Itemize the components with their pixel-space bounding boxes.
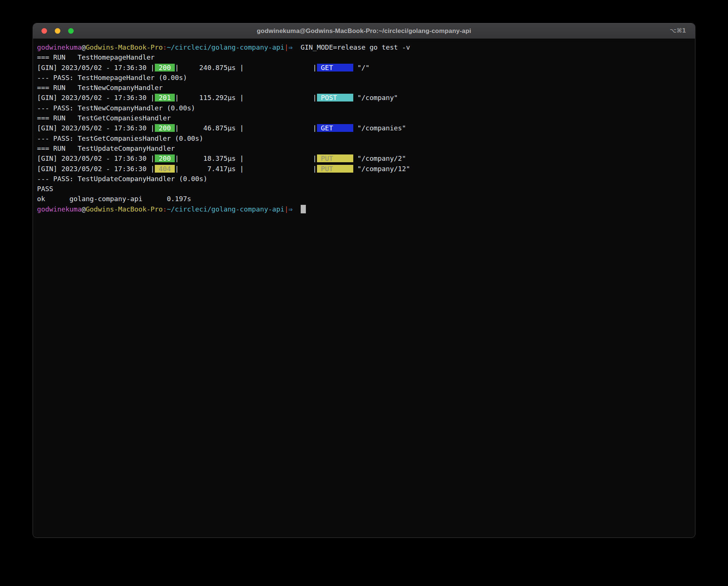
terminal-line: --- PASS: TestHomepageHandler (0.00s) <box>37 73 695 83</box>
terminal-line: [GIN] 2023/05/02 - 17:36:30 | 200 | 240.… <box>37 63 695 73</box>
request-path: "/companies" <box>353 124 406 132</box>
terminal-line: --- PASS: TestNewCompanyHandler (0.00s) <box>37 103 695 113</box>
terminal-line: godwinekuma@Godwins-MacBook-Pro:~/circle… <box>37 42 695 52</box>
request-path: "/" <box>353 64 370 71</box>
test-run: === RUN TestNewCompanyHandler <box>37 84 163 91</box>
prompt-spacer <box>293 205 301 213</box>
http-method-badge: GET <box>317 124 354 132</box>
gin-log-prefix: [GIN] 2023/05/02 - 17:36:30 | <box>37 94 155 101</box>
prompt-pipe: | <box>284 205 288 213</box>
cursor <box>301 205 306 213</box>
test-summary: PASS <box>37 185 53 193</box>
prompt-pipe: | <box>284 43 288 51</box>
prompt-host: Godwins-MacBook-Pro <box>86 205 163 213</box>
prompt-user: godwinekuma <box>37 43 81 51</box>
terminal-line: godwinekuma@Godwins-MacBook-Pro:~/circle… <box>37 204 695 214</box>
gin-log-latency: | 240.875µs | | <box>175 64 317 71</box>
status-badge: 404 <box>155 165 175 173</box>
test-pass: --- PASS: TestUpdateCompanyHandler (0.00… <box>37 175 207 183</box>
test-run: === RUN TestGetCompaniesHandler <box>37 114 171 122</box>
title-bar[interactable]: godwinekuma@Godwins-MacBook-Pro:~/circle… <box>33 23 695 39</box>
gin-log-latency: | 46.875µs | | <box>175 124 317 132</box>
status-badge: 200 <box>155 154 175 162</box>
terminal-line: === RUN TestHomepageHandler <box>37 52 695 62</box>
zoom-button[interactable] <box>68 28 74 34</box>
test-run: === RUN TestHomepageHandler <box>37 53 155 61</box>
prompt-user: godwinekuma <box>37 205 81 213</box>
command: GIN_MODE=release go test -v <box>293 43 410 51</box>
window-title: godwinekuma@Godwins-MacBook-Pro:~/circle… <box>33 27 695 35</box>
terminal-line: ok golang-company-api 0.197s <box>37 194 695 204</box>
close-button[interactable] <box>41 28 47 34</box>
prompt-path: ~/circleci/golang-company-api <box>167 205 284 213</box>
request-path: "/company/12" <box>353 165 410 173</box>
status-badge: 200 <box>155 124 175 132</box>
prompt-colon: : <box>163 43 167 51</box>
http-method-badge: PUT <box>317 165 354 173</box>
terminal-line: [GIN] 2023/05/02 - 17:36:30 | 200 | 18.3… <box>37 153 695 163</box>
prompt-at: @ <box>81 43 86 51</box>
prompt-at: @ <box>81 205 86 213</box>
traffic-lights <box>41 28 74 34</box>
gin-log-latency: | 18.375µs | | <box>175 154 317 162</box>
terminal-line: === RUN TestUpdateCompanyHandler <box>37 143 695 153</box>
prompt-arrow: ⇒ <box>288 205 293 213</box>
http-method-badge: GET <box>317 64 354 71</box>
request-path: "/company/2" <box>353 154 406 162</box>
gin-log-prefix: [GIN] 2023/05/02 - 17:36:30 | <box>37 124 155 132</box>
request-path: "/company" <box>353 94 398 101</box>
prompt-colon: : <box>163 205 167 213</box>
terminal-output[interactable]: godwinekuma@Godwins-MacBook-Pro:~/circle… <box>33 39 695 214</box>
terminal-line: === RUN TestNewCompanyHandler <box>37 83 695 93</box>
terminal-line: --- PASS: TestGetCompaniesHandler (0.00s… <box>37 133 695 143</box>
minimize-button[interactable] <box>55 28 60 34</box>
terminal-line: === RUN TestGetCompaniesHandler <box>37 113 695 123</box>
status-badge: 201 <box>155 94 175 101</box>
terminal-line: --- PASS: TestUpdateCompanyHandler (0.00… <box>37 174 695 184</box>
terminal-line: PASS <box>37 184 695 194</box>
http-method-badge: POST <box>317 94 354 101</box>
gin-log-latency: | 7.417µs | | <box>175 165 317 173</box>
gin-log-prefix: [GIN] 2023/05/02 - 17:36:30 | <box>37 154 155 162</box>
test-pass: --- PASS: TestGetCompaniesHandler (0.00s… <box>37 134 203 142</box>
test-pass: --- PASS: TestHomepageHandler (0.00s) <box>37 74 187 81</box>
window-shortcut-badge: ⌥⌘1 <box>670 27 686 34</box>
test-run: === RUN TestUpdateCompanyHandler <box>37 144 175 152</box>
gin-log-prefix: [GIN] 2023/05/02 - 17:36:30 | <box>37 64 155 71</box>
terminal-line: [GIN] 2023/05/02 - 17:36:30 | 404 | 7.41… <box>37 164 695 174</box>
test-pass: --- PASS: TestNewCompanyHandler (0.00s) <box>37 104 195 112</box>
gin-log-prefix: [GIN] 2023/05/02 - 17:36:30 | <box>37 165 155 173</box>
package-result: ok golang-company-api 0.197s <box>37 195 191 203</box>
terminal-line: [GIN] 2023/05/02 - 17:36:30 | 200 | 46.8… <box>37 123 695 133</box>
gin-log-latency: | 115.292µs | | <box>175 94 317 101</box>
status-badge: 200 <box>155 64 175 71</box>
terminal-window: godwinekuma@Godwins-MacBook-Pro:~/circle… <box>33 23 695 538</box>
prompt-path: ~/circleci/golang-company-api <box>167 43 284 51</box>
prompt-arrow: ⇒ <box>288 43 293 51</box>
prompt-host: Godwins-MacBook-Pro <box>86 43 163 51</box>
http-method-badge: PUT <box>317 154 354 162</box>
terminal-line: [GIN] 2023/05/02 - 17:36:30 | 201 | 115.… <box>37 93 695 103</box>
